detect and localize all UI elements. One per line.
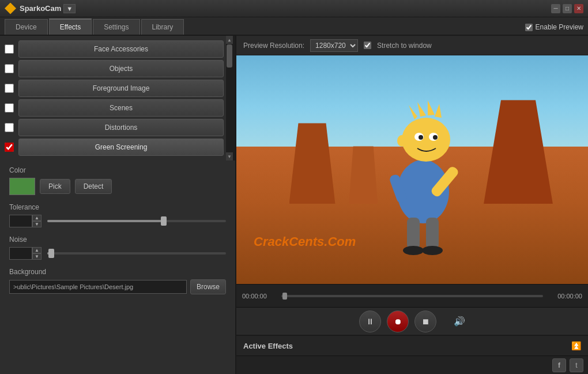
- maximize-button[interactable]: □: [563, 4, 572, 13]
- bottom-icons: f t: [236, 356, 588, 374]
- effect-check-distortions[interactable]: [5, 123, 14, 132]
- effect-row-green-screening: Green Screening: [5, 139, 224, 156]
- app-dropdown[interactable]: ▼: [63, 4, 76, 13]
- tab-effects[interactable]: Effects: [49, 18, 92, 35]
- pause-button[interactable]: ⏸: [359, 311, 381, 332]
- effect-row-objects: Objects: [5, 60, 224, 77]
- effect-btn-face-accessories[interactable]: Face Accessories: [18, 40, 224, 58]
- active-effects-bar: Active Effects ⏫: [236, 335, 588, 356]
- stretch-checkbox[interactable]: [364, 42, 371, 49]
- svg-point-10: [397, 135, 406, 147]
- minimize-button[interactable]: ─: [551, 4, 560, 13]
- tolerance-slider[interactable]: [47, 220, 226, 222]
- tolerance-up[interactable]: ▲: [32, 215, 42, 221]
- main-content: Face Accessories Objects Foreground Imag…: [0, 36, 588, 374]
- detect-button[interactable]: Detect: [75, 179, 112, 194]
- time-end: 00:00:00: [548, 293, 582, 300]
- playback-bar: 00:00:00 00:00:00: [236, 284, 588, 307]
- watermark: CrackCents.Com: [254, 234, 356, 249]
- svg-point-16: [422, 246, 443, 255]
- tolerance-value[interactable]: 65: [9, 215, 32, 227]
- app-title: SparkoCam: [20, 4, 61, 13]
- green-screening-settings: Color Pick Detect Tolerance 65 ▲ ▼: [0, 160, 235, 374]
- progress-track[interactable]: [281, 295, 543, 297]
- effect-btn-green-screening[interactable]: Green Screening: [18, 139, 224, 156]
- volume-button[interactable]: 🔊: [454, 316, 465, 327]
- effect-row-foreground-image: Foreground Image: [5, 80, 224, 97]
- effect-row-face-accessories: Face Accessories: [5, 40, 224, 58]
- noise-slider[interactable]: [47, 252, 226, 255]
- color-swatch[interactable]: [9, 178, 35, 195]
- tolerance-section: Tolerance 65 ▲ ▼: [9, 203, 226, 227]
- svg-point-1: [402, 118, 450, 162]
- effect-check-face-accessories[interactable]: [5, 44, 14, 54]
- noise-spinbox: 0 ▲ ▼: [9, 247, 42, 260]
- enable-preview-checkbox[interactable]: [525, 24, 533, 31]
- tolerance-down[interactable]: ▼: [32, 221, 42, 227]
- stretch-label: Stretch to window: [377, 42, 432, 50]
- effect-btn-scenes[interactable]: Scenes: [18, 99, 224, 117]
- color-label: Color: [9, 166, 226, 174]
- window-controls: ─ □ ✕: [551, 4, 583, 13]
- tab-settings[interactable]: Settings: [93, 19, 140, 35]
- effects-scrollbar: ▲ ▼: [226, 36, 235, 160]
- svg-rect-13: [407, 218, 420, 249]
- svg-marker-3: [417, 102, 426, 117]
- noise-arrows: ▲ ▼: [32, 247, 42, 260]
- tab-library[interactable]: Library: [141, 19, 184, 35]
- scroll-thumb[interactable]: [227, 44, 232, 68]
- scene-container: CrackCents.Com: [236, 55, 588, 284]
- effect-btn-distortions[interactable]: Distortions: [18, 119, 224, 136]
- pick-button[interactable]: Pick: [40, 179, 70, 194]
- noise-value[interactable]: 0: [9, 247, 32, 260]
- active-effects-collapse[interactable]: ⏫: [571, 341, 581, 350]
- tab-device[interactable]: Device: [5, 19, 48, 35]
- progress-thumb[interactable]: [282, 293, 287, 300]
- enable-preview-label: Enable Preview: [536, 23, 583, 31]
- svg-marker-5: [435, 104, 442, 118]
- effect-row-distortions: Distortions: [5, 119, 224, 136]
- effect-check-green-screening[interactable]: [5, 143, 14, 152]
- preview-area: CrackCents.Com: [236, 55, 588, 284]
- background-row: >ublic\Pictures\Sample Pictures\Desert.j…: [9, 279, 226, 294]
- record-button[interactable]: ⏺: [387, 311, 409, 332]
- snapshot-button[interactable]: ⏹: [414, 311, 436, 332]
- scroll-down-arrow[interactable]: ▼: [226, 152, 233, 160]
- color-row: Pick Detect: [9, 178, 226, 195]
- svg-point-15: [403, 246, 424, 255]
- right-panel: Preview Resolution: 1280x720 Stretch to …: [236, 36, 588, 374]
- effect-check-scenes[interactable]: [5, 103, 14, 113]
- noise-down[interactable]: ▼: [32, 253, 42, 260]
- noise-label: Noise: [9, 235, 226, 244]
- effect-btn-objects[interactable]: Objects: [18, 60, 224, 77]
- scroll-up-arrow[interactable]: ▲: [226, 36, 233, 44]
- app-logo: [5, 3, 16, 14]
- svg-marker-2: [409, 105, 417, 119]
- noise-section: Noise 0 ▲ ▼: [9, 235, 226, 260]
- tolerance-input-row: 65 ▲ ▼: [9, 215, 226, 227]
- twitter-icon[interactable]: t: [570, 358, 583, 372]
- effects-list: Face Accessories Objects Foreground Imag…: [0, 36, 235, 160]
- preview-resolution-select[interactable]: 1280x720: [310, 39, 358, 52]
- close-button[interactable]: ✕: [574, 4, 583, 13]
- preview-controls: Preview Resolution: 1280x720 Stretch to …: [236, 36, 588, 55]
- playback-controls: ⏸ ⏺ ⏹ 🔊: [236, 307, 588, 335]
- facebook-icon[interactable]: f: [552, 358, 566, 372]
- bart-simpson: [360, 76, 487, 261]
- tabs-bar: Device Effects Settings Library Enable P…: [0, 17, 588, 36]
- left-panel: Face Accessories Objects Foreground Imag…: [0, 36, 236, 374]
- preview-image: CrackCents.Com: [236, 55, 588, 284]
- noise-up[interactable]: ▲: [32, 247, 42, 253]
- background-path: >ublic\Pictures\Sample Pictures\Desert.j…: [9, 280, 187, 294]
- effect-row-scenes: Scenes: [5, 99, 224, 117]
- svg-point-8: [419, 135, 423, 140]
- svg-marker-4: [428, 100, 435, 115]
- noise-input-row: 0 ▲ ▼: [9, 247, 226, 260]
- tolerance-arrows: ▲ ▼: [32, 215, 42, 227]
- browse-button[interactable]: Browse: [190, 279, 226, 294]
- record-icon: ⏺: [394, 317, 402, 326]
- effect-check-objects[interactable]: [5, 64, 14, 73]
- effect-btn-foreground-image[interactable]: Foreground Image: [18, 80, 224, 97]
- pause-icon: ⏸: [366, 317, 374, 326]
- effect-check-foreground-image[interactable]: [5, 84, 14, 93]
